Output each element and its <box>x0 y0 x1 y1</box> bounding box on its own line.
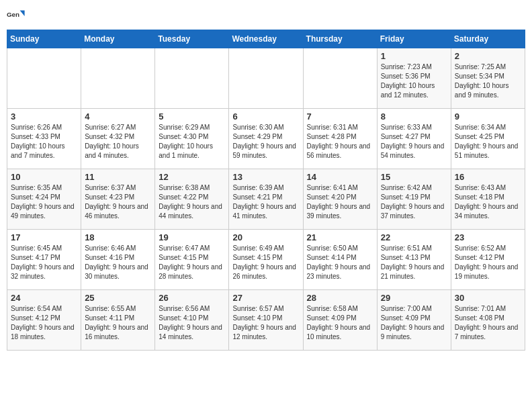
day-number: 6 <box>232 111 299 122</box>
day-info: Sunrise: 6:30 AM Sunset: 4:29 PM Dayligh… <box>232 123 299 161</box>
calendar-cell: 1Sunrise: 7:23 AM Sunset: 5:36 PM Daylig… <box>377 48 451 109</box>
calendar-cell: 9Sunrise: 6:34 AM Sunset: 4:25 PM Daylig… <box>451 109 525 169</box>
weekday-header-row: SundayMondayTuesdayWednesdayThursdayFrid… <box>7 30 525 48</box>
weekday-header-wednesday: Wednesday <box>229 30 303 48</box>
day-number: 5 <box>159 111 225 122</box>
calendar-cell: 3Sunrise: 6:26 AM Sunset: 4:33 PM Daylig… <box>7 109 81 169</box>
calendar-cell: 5Sunrise: 6:29 AM Sunset: 4:30 PM Daylig… <box>155 109 229 169</box>
calendar-cell: 24Sunrise: 6:54 AM Sunset: 4:12 PM Dayli… <box>7 290 81 351</box>
day-number: 21 <box>307 232 373 242</box>
day-number: 30 <box>455 293 521 303</box>
weekday-header-thursday: Thursday <box>303 30 377 48</box>
day-info: Sunrise: 6:51 AM Sunset: 4:13 PM Dayligh… <box>381 244 447 281</box>
logo: Gen <box>7 7 28 26</box>
day-info: Sunrise: 6:41 AM Sunset: 4:20 PM Dayligh… <box>307 183 373 221</box>
day-info: Sunrise: 6:33 AM Sunset: 4:27 PM Dayligh… <box>381 123 447 161</box>
day-number: 9 <box>455 111 521 122</box>
calendar-cell: 8Sunrise: 6:33 AM Sunset: 4:27 PM Daylig… <box>377 109 451 169</box>
weekday-header-monday: Monday <box>81 30 155 48</box>
calendar-cell <box>303 48 377 109</box>
day-number: 25 <box>85 293 151 303</box>
day-number: 12 <box>159 172 225 182</box>
day-info: Sunrise: 6:31 AM Sunset: 4:28 PM Dayligh… <box>307 123 373 161</box>
calendar-week-row: 10Sunrise: 6:35 AM Sunset: 4:24 PM Dayli… <box>7 169 525 230</box>
day-info: Sunrise: 6:34 AM Sunset: 4:25 PM Dayligh… <box>455 123 521 161</box>
day-info: Sunrise: 6:27 AM Sunset: 4:32 PM Dayligh… <box>85 123 151 161</box>
calendar-cell: 18Sunrise: 6:46 AM Sunset: 4:16 PM Dayli… <box>81 230 155 290</box>
calendar-cell <box>81 48 155 109</box>
calendar-cell: 10Sunrise: 6:35 AM Sunset: 4:24 PM Dayli… <box>7 169 81 230</box>
day-info: Sunrise: 6:49 AM Sunset: 4:15 PM Dayligh… <box>232 244 299 281</box>
day-number: 19 <box>159 232 225 242</box>
day-info: Sunrise: 6:58 AM Sunset: 4:09 PM Dayligh… <box>307 304 373 342</box>
calendar-cell: 30Sunrise: 7:01 AM Sunset: 4:08 PM Dayli… <box>451 290 525 351</box>
day-info: Sunrise: 6:54 AM Sunset: 4:12 PM Dayligh… <box>11 304 77 342</box>
calendar-cell: 23Sunrise: 6:52 AM Sunset: 4:12 PM Dayli… <box>451 230 525 290</box>
day-number: 3 <box>11 111 77 122</box>
calendar-cell: 7Sunrise: 6:31 AM Sunset: 4:28 PM Daylig… <box>303 109 377 169</box>
calendar-cell: 27Sunrise: 6:57 AM Sunset: 4:10 PM Dayli… <box>229 290 303 351</box>
calendar-cell: 28Sunrise: 6:58 AM Sunset: 4:09 PM Dayli… <box>303 290 377 351</box>
day-number: 28 <box>307 293 373 303</box>
calendar-week-row: 17Sunrise: 6:45 AM Sunset: 4:17 PM Dayli… <box>7 230 525 290</box>
calendar-table: SundayMondayTuesdayWednesdayThursdayFrid… <box>7 30 525 351</box>
day-info: Sunrise: 6:38 AM Sunset: 4:22 PM Dayligh… <box>159 183 225 221</box>
calendar-cell: 15Sunrise: 6:42 AM Sunset: 4:19 PM Dayli… <box>377 169 451 230</box>
day-info: Sunrise: 6:55 AM Sunset: 4:11 PM Dayligh… <box>85 304 151 342</box>
day-info: Sunrise: 6:47 AM Sunset: 4:15 PM Dayligh… <box>159 244 225 281</box>
calendar-cell: 21Sunrise: 6:50 AM Sunset: 4:14 PM Dayli… <box>303 230 377 290</box>
day-number: 4 <box>85 111 151 122</box>
calendar-cell: 14Sunrise: 6:41 AM Sunset: 4:20 PM Dayli… <box>303 169 377 230</box>
calendar-cell: 19Sunrise: 6:47 AM Sunset: 4:15 PM Dayli… <box>155 230 229 290</box>
calendar-cell: 16Sunrise: 6:43 AM Sunset: 4:18 PM Dayli… <box>451 169 525 230</box>
day-info: Sunrise: 7:23 AM Sunset: 5:36 PM Dayligh… <box>381 62 447 100</box>
day-info: Sunrise: 6:52 AM Sunset: 4:12 PM Dayligh… <box>455 244 521 281</box>
calendar-cell: 13Sunrise: 6:39 AM Sunset: 4:21 PM Dayli… <box>229 169 303 230</box>
logo-icon: Gen <box>7 7 26 26</box>
calendar-cell: 12Sunrise: 6:38 AM Sunset: 4:22 PM Dayli… <box>155 169 229 230</box>
day-number: 26 <box>159 293 225 303</box>
day-number: 2 <box>455 51 521 61</box>
day-number: 24 <box>11 293 77 303</box>
calendar-cell: 17Sunrise: 6:45 AM Sunset: 4:17 PM Dayli… <box>7 230 81 290</box>
day-number: 14 <box>307 172 373 182</box>
day-info: Sunrise: 6:37 AM Sunset: 4:23 PM Dayligh… <box>85 183 151 221</box>
day-number: 7 <box>307 111 373 122</box>
day-info: Sunrise: 6:57 AM Sunset: 4:10 PM Dayligh… <box>232 304 299 342</box>
svg-text:Gen: Gen <box>7 11 19 18</box>
calendar-cell: 11Sunrise: 6:37 AM Sunset: 4:23 PM Dayli… <box>81 169 155 230</box>
day-number: 20 <box>232 232 299 242</box>
calendar-cell <box>7 48 81 109</box>
day-info: Sunrise: 6:39 AM Sunset: 4:21 PM Dayligh… <box>232 183 299 221</box>
calendar-cell: 26Sunrise: 6:56 AM Sunset: 4:10 PM Dayli… <box>155 290 229 351</box>
day-info: Sunrise: 6:35 AM Sunset: 4:24 PM Dayligh… <box>11 183 77 221</box>
day-number: 22 <box>381 232 447 242</box>
day-number: 17 <box>11 232 77 242</box>
calendar-cell: 20Sunrise: 6:49 AM Sunset: 4:15 PM Dayli… <box>229 230 303 290</box>
day-info: Sunrise: 6:42 AM Sunset: 4:19 PM Dayligh… <box>381 183 447 221</box>
day-info: Sunrise: 7:25 AM Sunset: 5:34 PM Dayligh… <box>455 62 521 100</box>
weekday-header-tuesday: Tuesday <box>155 30 229 48</box>
day-number: 13 <box>232 172 299 182</box>
day-info: Sunrise: 6:43 AM Sunset: 4:18 PM Dayligh… <box>455 183 521 221</box>
day-info: Sunrise: 6:29 AM Sunset: 4:30 PM Dayligh… <box>159 123 225 161</box>
weekday-header-friday: Friday <box>377 30 451 48</box>
day-number: 1 <box>381 51 447 61</box>
day-number: 8 <box>381 111 447 122</box>
day-number: 23 <box>455 232 521 242</box>
calendar-week-row: 24Sunrise: 6:54 AM Sunset: 4:12 PM Dayli… <box>7 290 525 351</box>
calendar-cell: 6Sunrise: 6:30 AM Sunset: 4:29 PM Daylig… <box>229 109 303 169</box>
calendar-cell: 22Sunrise: 6:51 AM Sunset: 4:13 PM Dayli… <box>377 230 451 290</box>
calendar-cell <box>229 48 303 109</box>
day-info: Sunrise: 6:50 AM Sunset: 4:14 PM Dayligh… <box>307 244 373 281</box>
day-number: 16 <box>455 172 521 182</box>
day-number: 15 <box>381 172 447 182</box>
day-info: Sunrise: 7:01 AM Sunset: 4:08 PM Dayligh… <box>455 304 521 342</box>
day-info: Sunrise: 7:00 AM Sunset: 4:09 PM Dayligh… <box>381 304 447 342</box>
calendar-cell: 25Sunrise: 6:55 AM Sunset: 4:11 PM Dayli… <box>81 290 155 351</box>
day-info: Sunrise: 6:56 AM Sunset: 4:10 PM Dayligh… <box>159 304 225 342</box>
calendar-cell: 4Sunrise: 6:27 AM Sunset: 4:32 PM Daylig… <box>81 109 155 169</box>
calendar-week-row: 3Sunrise: 6:26 AM Sunset: 4:33 PM Daylig… <box>7 109 525 169</box>
day-info: Sunrise: 6:26 AM Sunset: 4:33 PM Dayligh… <box>11 123 77 161</box>
day-number: 29 <box>381 293 447 303</box>
